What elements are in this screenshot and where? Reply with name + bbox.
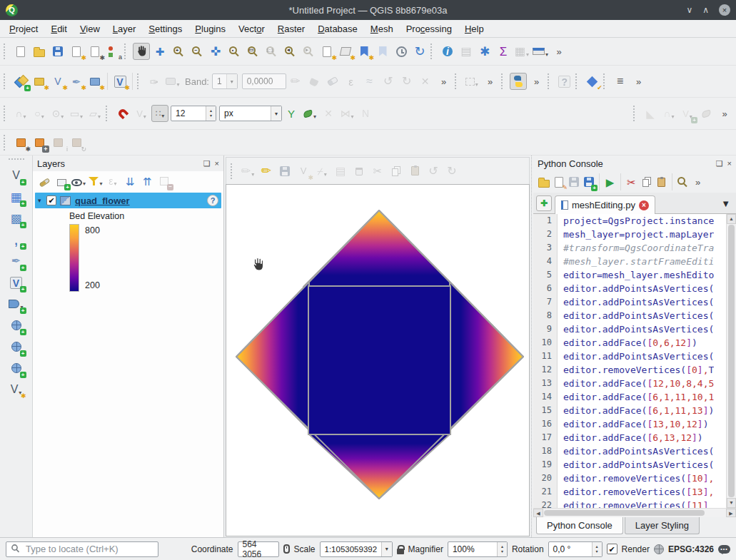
spin-down-icon[interactable]: ▾ xyxy=(501,549,503,554)
add-spatialite-layer-button[interactable]: ✒+ xyxy=(8,253,25,270)
coordinate-field[interactable]: 564 3056 xyxy=(238,541,279,557)
view-toolbar-overflow-button[interactable]: » xyxy=(630,73,647,90)
find-text-button[interactable] xyxy=(675,174,690,190)
float-panel-icon[interactable]: ❏ xyxy=(716,160,723,168)
toolbar-handle[interactable] xyxy=(430,44,435,59)
new-temporary-scratch-layer-button[interactable]: ✱ xyxy=(86,73,104,90)
new-layer-menu-button[interactable]: V✱▾ xyxy=(8,381,25,398)
paste-button[interactable] xyxy=(654,174,669,190)
toolbar-handle[interactable] xyxy=(603,73,608,89)
code-line[interactable]: 12editor.removeVertices([0],T xyxy=(533,363,726,377)
zoom-to-layer-button[interactable]: ▭ xyxy=(244,43,261,60)
code-line[interactable]: 19editor.addPointsAsVertices( xyxy=(533,458,726,472)
menu-vector[interactable]: Vector xyxy=(232,24,271,34)
toolbar-handle[interactable] xyxy=(4,44,9,59)
add-vector-tile-layer-button[interactable]: + xyxy=(8,360,25,377)
new-map-view-button[interactable]: ✱ xyxy=(318,43,336,60)
scroll-up-icon[interactable]: ▲ xyxy=(727,214,736,224)
show-layout-manager-button[interactable]: ✱ xyxy=(86,43,104,60)
toolbar-handle[interactable] xyxy=(231,163,236,179)
toolbar-handle[interactable] xyxy=(137,73,142,89)
pan-map-button[interactable] xyxy=(133,43,150,60)
render-checkbox[interactable]: ✔ xyxy=(607,544,617,554)
python-console-button[interactable] xyxy=(510,73,527,90)
code-editor[interactable]: 1project=QgsProject.instance2mesh_layer=… xyxy=(533,214,736,508)
rotation-stepper[interactable]: 0,0 ° ▴▾ xyxy=(548,541,603,557)
spin-up-icon[interactable]: ▴ xyxy=(210,108,212,113)
scroll-right-icon[interactable]: ▶ xyxy=(726,509,736,517)
toolbar-handle[interactable] xyxy=(4,135,9,151)
toolbar-handle[interactable] xyxy=(548,73,553,89)
plugin-settings-button[interactable]: ✱ xyxy=(12,134,29,151)
cut-button[interactable]: ✂ xyxy=(624,174,639,190)
zoom-full-extent-button[interactable]: ✜ xyxy=(207,43,224,60)
scroll-left-icon[interactable]: ◀ xyxy=(533,509,543,517)
new-spatialite-layer-button[interactable]: ✒✱ xyxy=(68,73,85,90)
maximize-button[interactable]: ∧ xyxy=(702,6,709,14)
scroll-down-icon[interactable]: ▼ xyxy=(727,498,736,508)
scrollbar-thumb[interactable] xyxy=(544,510,705,516)
toolbar-handle[interactable] xyxy=(9,158,24,163)
code-line[interactable]: 5editor=mesh_layer.meshEdito xyxy=(533,268,726,282)
add-mesh-layer-button[interactable]: ▩+ xyxy=(8,210,25,227)
layer-notification-badge[interactable]: ? xyxy=(207,195,218,206)
toolbar-handle[interactable] xyxy=(4,73,9,89)
close-panel-icon[interactable]: × xyxy=(727,160,732,168)
zoom-in-button[interactable]: + xyxy=(170,43,187,60)
new-editor-tab-button[interactable]: ✚ xyxy=(536,195,552,211)
code-line[interactable]: 1project=QgsProject.instance xyxy=(533,214,726,228)
refresh-map-button[interactable]: ↻ xyxy=(411,43,428,60)
close-tab-icon[interactable]: × xyxy=(639,200,649,210)
measure-button[interactable]: ▾ xyxy=(532,43,549,60)
open-project-button[interactable] xyxy=(31,43,48,60)
snapping-type-button[interactable]: ∷▾ xyxy=(151,105,168,122)
code-line[interactable]: 21editor.removeVertices([13], xyxy=(533,485,726,499)
new-virtual-layer-button[interactable]: V✱ xyxy=(111,73,128,90)
plugins-toolbar-overflow-button[interactable]: » xyxy=(528,73,545,90)
code-line[interactable]: 22editor.removeVertices([11] xyxy=(533,499,726,508)
toggle-editing-button[interactable]: ✏ xyxy=(258,163,275,180)
show-spatial-bookmarks-button[interactable] xyxy=(374,43,391,60)
code-line[interactable]: 6editor.addPointsAsVertices( xyxy=(533,282,726,295)
vertical-scrollbar[interactable]: ▲ ▼ xyxy=(726,214,736,508)
add-raster-layer-button[interactable]: ▦+ xyxy=(8,188,25,205)
spin-up-icon[interactable]: ▴ xyxy=(596,544,598,549)
open-layer-styling-button[interactable] xyxy=(36,173,52,189)
tab-list-icon[interactable]: ▼ xyxy=(721,198,735,213)
toolbar-handle[interactable] xyxy=(501,73,506,89)
close-button[interactable]: × xyxy=(719,4,730,16)
identify-features-button[interactable]: i xyxy=(439,43,456,60)
add-wcs-layer-button[interactable]: + xyxy=(8,317,25,334)
chevron-down-icon[interactable]: ▾ xyxy=(381,542,391,556)
style-manager-button[interactable]: a xyxy=(105,43,122,60)
run-script-button[interactable]: ▶ xyxy=(603,174,617,190)
menu-layer[interactable]: Layer xyxy=(106,24,143,34)
close-panel-icon[interactable]: × xyxy=(215,160,219,168)
code-line[interactable]: 16editor.addFace([13,10,12]) xyxy=(533,417,726,431)
console-overflow-button[interactable]: » xyxy=(690,174,705,190)
add-vector-layer-button[interactable]: V+ xyxy=(8,167,25,184)
toolbar-handle[interactable] xyxy=(575,73,580,89)
spin-up-icon[interactable]: ▴ xyxy=(501,544,503,549)
new-spatial-bookmark-button[interactable]: ✱ xyxy=(356,43,373,60)
collapse-all-button[interactable]: ⇈ xyxy=(139,173,155,189)
tab-layer-styling[interactable]: Layer Styling xyxy=(625,517,700,534)
toolbar-handle[interactable] xyxy=(455,73,460,89)
crs-status[interactable]: EPSG:4326 xyxy=(668,544,714,554)
mesh-digitizing-button[interactable]: ✔ xyxy=(584,73,601,90)
float-panel-icon[interactable]: ❏ xyxy=(203,160,211,168)
code-line[interactable]: 8editor.addPointsAsVertices( xyxy=(533,309,726,322)
scrollbar-thumb[interactable] xyxy=(728,225,735,497)
topological-editing-button[interactable]: Y xyxy=(283,105,300,122)
zoom-last-button[interactable]: ◂ xyxy=(281,43,298,60)
code-line[interactable]: 4#mesh_layer.startFrameEditi xyxy=(533,255,726,268)
menu-settings[interactable]: Settings xyxy=(142,24,188,34)
crs-globe-icon[interactable] xyxy=(654,544,664,554)
messages-icon[interactable]: ••• xyxy=(718,545,730,554)
toolbar-handle[interactable] xyxy=(124,44,129,59)
save-project-button[interactable] xyxy=(49,43,66,60)
plugin-add-button[interactable]: + xyxy=(31,134,48,151)
code-line[interactable]: 13editor.addFace([12,10,8,4,5 xyxy=(533,377,726,390)
statistical-summary-button[interactable]: Σ xyxy=(495,43,512,60)
temporal-controller-button[interactable] xyxy=(393,43,410,60)
